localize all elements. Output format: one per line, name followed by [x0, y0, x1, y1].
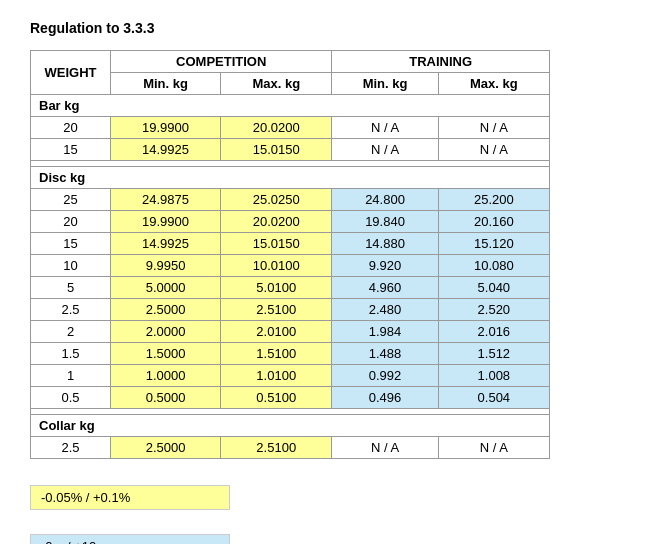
cell-weight: 15 [31, 233, 111, 255]
cell-comp-min: 14.9925 [111, 139, 221, 161]
cell-train-max: 1.512 [438, 343, 549, 365]
table-row: 10 9.9950 10.0100 9.920 10.080 [31, 255, 550, 277]
cell-weight: 15 [31, 139, 111, 161]
cell-comp-min: 14.9925 [111, 233, 221, 255]
cell-comp-max: 2.5100 [221, 299, 332, 321]
cell-weight: 1 [31, 365, 111, 387]
cell-train-max: 20.160 [438, 211, 549, 233]
col-header-weight: WEIGHT [31, 51, 111, 95]
table-row: 5 5.0000 5.0100 4.960 5.040 [31, 277, 550, 299]
table-row: 1 1.0000 1.0100 0.992 1.008 [31, 365, 550, 387]
cell-train-min: 19.840 [332, 211, 438, 233]
cell-comp-max: 20.0200 [221, 211, 332, 233]
cell-comp-max: 2.5100 [221, 437, 332, 459]
collar-section-label: Collar kg [31, 415, 550, 437]
cell-train-min: 1.488 [332, 343, 438, 365]
cell-comp-max: 1.5100 [221, 343, 332, 365]
cell-train-max: 15.120 [438, 233, 549, 255]
weight-table: WEIGHT COMPETITION TRAINING Min. kg Max.… [30, 50, 550, 459]
cell-train-min: N / A [332, 139, 438, 161]
cell-weight: 0.5 [31, 387, 111, 409]
subheader-train-min: Min. kg [332, 73, 438, 95]
cell-comp-min: 2.5000 [111, 437, 221, 459]
table-row: 2.5 2.5000 2.5100 N / A N / A [31, 437, 550, 459]
cell-train-max: 1.008 [438, 365, 549, 387]
table-row: 0.5 0.5000 0.5100 0.496 0.504 [31, 387, 550, 409]
cell-comp-min: 9.9950 [111, 255, 221, 277]
cell-train-min: 9.920 [332, 255, 438, 277]
cell-comp-max: 15.0150 [221, 233, 332, 255]
cell-comp-min: 19.9900 [111, 211, 221, 233]
cell-comp-max: 5.0100 [221, 277, 332, 299]
cell-weight: 25 [31, 189, 111, 211]
cell-weight: 20 [31, 211, 111, 233]
col-header-competition: COMPETITION [111, 51, 332, 73]
cell-train-max: 0.504 [438, 387, 549, 409]
cell-comp-max: 1.0100 [221, 365, 332, 387]
table-row: 2 2.0000 2.0100 1.984 2.016 [31, 321, 550, 343]
cell-train-min: 2.480 [332, 299, 438, 321]
table-row: 20 19.9900 20.0200 N / A N / A [31, 117, 550, 139]
table-row: 15 14.9925 15.0150 14.880 15.120 [31, 233, 550, 255]
cell-weight: 2.5 [31, 299, 111, 321]
cell-comp-max: 2.0100 [221, 321, 332, 343]
cell-train-min: 1.984 [332, 321, 438, 343]
cell-train-min: 0.496 [332, 387, 438, 409]
cell-comp-max: 10.0100 [221, 255, 332, 277]
table-row: 15 14.9925 15.0150 N / A N / A [31, 139, 550, 161]
cell-comp-max: 15.0150 [221, 139, 332, 161]
cell-comp-min: 0.5000 [111, 387, 221, 409]
cell-weight: 2 [31, 321, 111, 343]
cell-weight: 2.5 [31, 437, 111, 459]
subheader-comp-min: Min. kg [111, 73, 221, 95]
cell-train-min: 14.880 [332, 233, 438, 255]
cell-weight: 20 [31, 117, 111, 139]
cell-weight: 1.5 [31, 343, 111, 365]
col-header-training: TRAINING [332, 51, 550, 73]
cell-comp-max: 25.0250 [221, 189, 332, 211]
disc-section-label: Disc kg [31, 167, 550, 189]
legend-area: -0.05% / +0.1% -0 g / +10 g -0.8% / +0.8… [30, 475, 230, 544]
cell-train-min: N / A [332, 117, 438, 139]
table-row: 2.5 2.5000 2.5100 2.480 2.520 [31, 299, 550, 321]
cell-comp-max: 0.5100 [221, 387, 332, 409]
cell-comp-min: 5.0000 [111, 277, 221, 299]
cell-comp-min: 24.9875 [111, 189, 221, 211]
cell-comp-min: 19.9900 [111, 117, 221, 139]
cell-comp-min: 1.5000 [111, 343, 221, 365]
subheader-comp-max: Max. kg [221, 73, 332, 95]
table-row: 25 24.9875 25.0250 24.800 25.200 [31, 189, 550, 211]
subheader-train-max: Max. kg [438, 73, 549, 95]
cell-train-max: 10.080 [438, 255, 549, 277]
legend-item-blue: -0 g / +10 g [30, 534, 230, 544]
cell-train-min: 4.960 [332, 277, 438, 299]
cell-weight: 10 [31, 255, 111, 277]
cell-comp-min: 2.5000 [111, 299, 221, 321]
table-row: 1.5 1.5000 1.5100 1.488 1.512 [31, 343, 550, 365]
cell-train-max: 2.016 [438, 321, 549, 343]
cell-train-max: 5.040 [438, 277, 549, 299]
page-title: Regulation to 3.3.3 [30, 20, 630, 36]
cell-comp-min: 1.0000 [111, 365, 221, 387]
cell-train-max: N / A [438, 117, 549, 139]
cell-weight: 5 [31, 277, 111, 299]
subheader-bar: Bar kg [31, 95, 550, 117]
cell-comp-min: 2.0000 [111, 321, 221, 343]
cell-train-min: 0.992 [332, 365, 438, 387]
cell-train-min: 24.800 [332, 189, 438, 211]
cell-comp-max: 20.0200 [221, 117, 332, 139]
cell-train-max: 2.520 [438, 299, 549, 321]
cell-train-max: N / A [438, 139, 549, 161]
cell-train-max: N / A [438, 437, 549, 459]
cell-train-max: 25.200 [438, 189, 549, 211]
table-row: 20 19.9900 20.0200 19.840 20.160 [31, 211, 550, 233]
legend-item-yellow: -0.05% / +0.1% [30, 485, 230, 510]
cell-train-min: N / A [332, 437, 438, 459]
